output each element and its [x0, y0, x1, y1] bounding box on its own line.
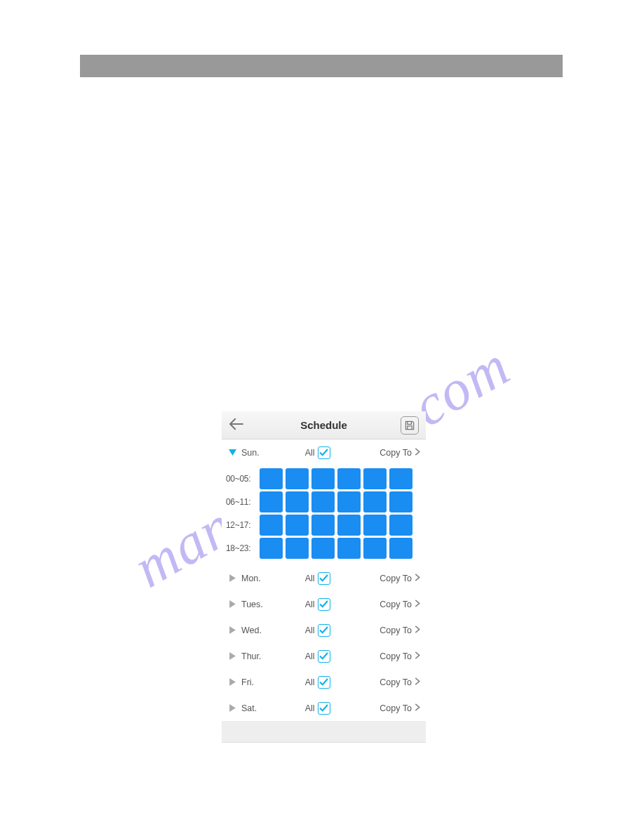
copy-to-chevron[interactable] — [415, 703, 420, 713]
day-row-sun[interactable]: Sun. All Copy To — [222, 439, 426, 465]
hour-cell[interactable] — [286, 515, 309, 536]
schedule-panel: Schedule Sun. All Copy To 00~05: — [222, 411, 426, 743]
hour-cell[interactable] — [337, 468, 361, 489]
expand-toggle[interactable] — [227, 678, 237, 686]
all-label: All — [305, 677, 315, 687]
triangle-right-icon — [229, 626, 236, 634]
all-checkbox[interactable] — [318, 676, 330, 689]
hour-cell[interactable] — [311, 538, 335, 559]
all-checkbox[interactable] — [318, 446, 330, 459]
checkmark-icon — [319, 678, 328, 686]
hour-cell[interactable] — [363, 538, 387, 559]
copy-to-label[interactable]: Copy To — [380, 448, 412, 458]
chevron-right-icon — [415, 651, 420, 659]
checkmark-icon — [319, 626, 328, 634]
checkmark-icon — [319, 574, 328, 582]
expand-toggle[interactable] — [227, 449, 237, 456]
expand-toggle[interactable] — [227, 652, 237, 660]
day-label: Wed. — [241, 626, 274, 635]
triangle-down-icon — [229, 449, 236, 456]
copy-to-label[interactable]: Copy To — [380, 574, 412, 583]
copy-to-label[interactable]: Copy To — [380, 677, 412, 687]
copy-to-chevron[interactable] — [415, 677, 420, 687]
hour-cell[interactable] — [311, 491, 335, 512]
hour-cell[interactable] — [337, 538, 361, 559]
copy-to-chevron[interactable] — [415, 448, 420, 458]
expand-toggle[interactable] — [227, 626, 237, 634]
copy-to-label[interactable]: Copy To — [380, 703, 412, 713]
chevron-right-icon — [415, 600, 420, 607]
triangle-right-icon — [229, 652, 236, 660]
chevron-right-icon — [415, 626, 420, 633]
save-button[interactable] — [401, 416, 419, 435]
page-title: Schedule — [222, 419, 426, 431]
expand-toggle[interactable] — [227, 600, 237, 608]
day-label: Mon. — [241, 574, 274, 583]
day-row-thur[interactable]: Thur. All Copy To — [222, 643, 426, 669]
chevron-right-icon — [415, 677, 420, 685]
day-label: Tues. — [241, 600, 274, 609]
header-bar: Schedule — [222, 411, 426, 439]
hour-cell[interactable] — [389, 491, 412, 512]
day-row-tues[interactable]: Tues. All Copy To — [222, 591, 426, 617]
copy-to-label[interactable]: Copy To — [380, 600, 412, 609]
back-arrow-icon — [229, 418, 244, 430]
expand-toggle[interactable] — [227, 574, 237, 582]
row-label: 00~05: — [226, 474, 260, 484]
hour-cell[interactable] — [286, 491, 309, 512]
hour-cell[interactable] — [363, 468, 387, 489]
hour-cell[interactable] — [311, 515, 335, 536]
cells — [260, 515, 412, 536]
day-row-mon[interactable]: Mon. All Copy To — [222, 565, 426, 591]
row-label: 06~11: — [226, 497, 260, 507]
triangle-right-icon — [229, 678, 236, 686]
hour-cell[interactable] — [286, 538, 309, 559]
copy-to-chevron[interactable] — [415, 651, 420, 661]
hour-cell[interactable] — [286, 468, 309, 489]
footer-bar — [222, 721, 426, 742]
hour-cell[interactable] — [363, 515, 387, 536]
copy-to-chevron[interactable] — [415, 626, 420, 635]
all-checkbox[interactable] — [318, 572, 330, 585]
all-checkbox[interactable] — [318, 598, 330, 611]
all-label: All — [305, 574, 315, 583]
day-label: Sat. — [241, 703, 274, 713]
hour-cell[interactable] — [389, 468, 412, 489]
grid-row: 00~05: — [226, 468, 422, 489]
all-label: All — [305, 600, 315, 609]
hour-cell[interactable] — [337, 491, 361, 512]
hour-cell[interactable] — [311, 468, 335, 489]
copy-to-chevron[interactable] — [415, 600, 420, 609]
copy-to-label[interactable]: Copy To — [380, 626, 412, 635]
all-checkbox[interactable] — [318, 702, 330, 715]
hour-cell[interactable] — [389, 515, 412, 536]
all-label: All — [305, 703, 315, 713]
page: manualshive.com Schedule Sun. All Copy T… — [0, 0, 644, 834]
day-row-fri[interactable]: Fri. All Copy To — [222, 669, 426, 695]
day-row-wed[interactable]: Wed. All Copy To — [222, 617, 426, 643]
expand-toggle[interactable] — [227, 704, 237, 712]
hour-cell[interactable] — [260, 515, 283, 536]
triangle-right-icon — [229, 600, 236, 608]
back-button[interactable] — [229, 418, 244, 432]
hour-cell[interactable] — [260, 538, 283, 559]
hour-grid: 00~05: 06~11: 12~17: 18~23: — [222, 465, 426, 565]
day-row-sat[interactable]: Sat. All Copy To — [222, 695, 426, 721]
hour-cell[interactable] — [363, 491, 387, 512]
hour-cell[interactable] — [260, 468, 283, 489]
grid-row: 12~17: — [226, 515, 422, 536]
hour-cell[interactable] — [337, 515, 361, 536]
chevron-right-icon — [415, 703, 420, 711]
hour-cell[interactable] — [389, 538, 412, 559]
triangle-right-icon — [229, 574, 236, 582]
chevron-right-icon — [415, 574, 420, 581]
all-checkbox[interactable] — [318, 624, 330, 637]
checkmark-icon — [319, 449, 328, 456]
copy-to-chevron[interactable] — [415, 574, 420, 583]
copy-to-label[interactable]: Copy To — [380, 651, 412, 661]
grid-row: 18~23: — [226, 538, 422, 559]
all-checkbox[interactable] — [318, 650, 330, 663]
hour-cell[interactable] — [260, 491, 283, 512]
row-label: 18~23: — [226, 543, 260, 553]
checkmark-icon — [319, 704, 328, 712]
